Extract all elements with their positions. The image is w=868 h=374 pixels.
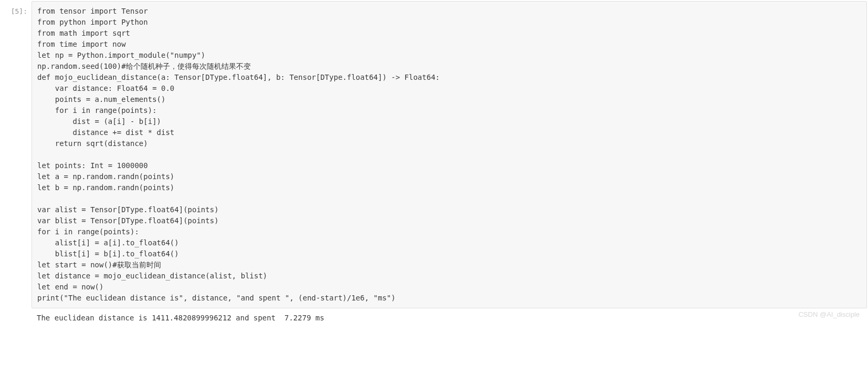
- code-content: from tensor import Tensor from python im…: [37, 6, 861, 304]
- output-row: The euclidean distance is 1411.482089999…: [1, 313, 867, 324]
- output-text: The euclidean distance is 1411.482089999…: [31, 313, 867, 324]
- cell-prompt: [5]:: [1, 1, 31, 308]
- code-input-area[interactable]: from tensor import Tensor from python im…: [31, 1, 867, 308]
- notebook-cell: [5]: from tensor import Tensor from pyth…: [1, 1, 867, 308]
- watermark: CSDN @AI_disciple: [798, 309, 860, 320]
